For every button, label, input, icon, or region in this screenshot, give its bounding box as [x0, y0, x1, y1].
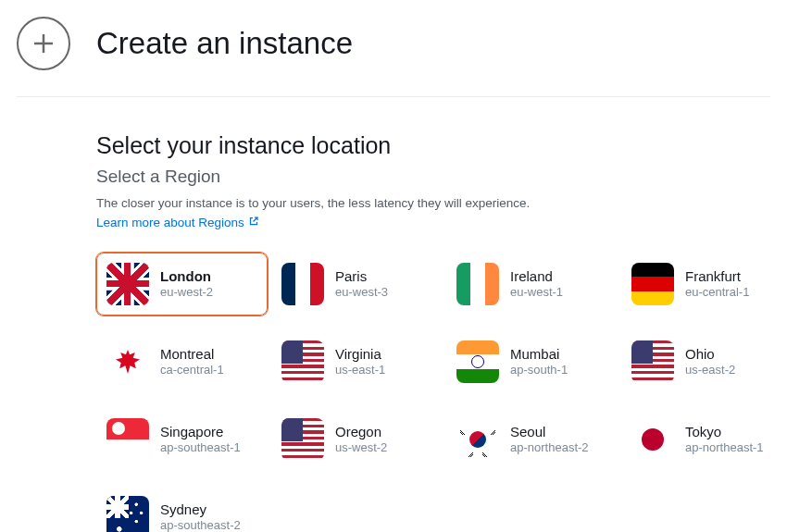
region-text: Seoulap-northeast-2 — [510, 424, 589, 456]
region-code: eu-west-3 — [335, 285, 388, 300]
region-card-eu-central-1[interactable]: Frankfurteu-central-1 — [621, 253, 787, 315]
region-card-us-east-2[interactable]: Ohious-east-2 — [621, 330, 787, 393]
flag-icon — [106, 496, 149, 532]
region-grid: Londoneu-west-2Pariseu-west-3Irelandeu-w… — [96, 253, 770, 532]
region-code: ap-northeast-1 — [685, 440, 764, 455]
region-code: eu-west-2 — [160, 285, 213, 300]
flag-icon — [456, 263, 499, 305]
region-name: Ireland — [510, 268, 563, 286]
region-card-eu-west-1[interactable]: Irelandeu-west-1 — [446, 253, 618, 315]
flag-icon — [631, 418, 674, 461]
flag-icon — [631, 263, 674, 305]
location-section: Select your instance location Select a R… — [17, 97, 770, 532]
region-card-eu-west-3[interactable]: Pariseu-west-3 — [271, 253, 443, 315]
region-card-us-east-1[interactable]: Virginiaus-east-1 — [271, 330, 443, 393]
region-card-ca-central-1[interactable]: Montrealca-central-1 — [96, 330, 268, 393]
region-text: Oregonus-west-2 — [335, 424, 387, 456]
region-code: us-east-2 — [685, 363, 735, 377]
section-title: Select your instance location — [96, 132, 770, 159]
flag-icon — [456, 340, 499, 383]
flag-icon — [281, 263, 324, 305]
region-text: Pariseu-west-3 — [335, 268, 388, 301]
region-text: Virginiaus-east-1 — [335, 346, 385, 378]
page-title: Create an instance — [96, 26, 353, 61]
region-text: Irelandeu-west-1 — [510, 268, 563, 301]
region-name: Oregon — [335, 424, 387, 441]
region-name: Virginia — [335, 346, 385, 364]
section-subtitle: Select a Region — [96, 167, 770, 187]
region-name: Tokyo — [685, 424, 764, 441]
plus-icon — [17, 17, 70, 70]
region-name: Frankfurt — [685, 268, 749, 286]
region-code: ap-southeast-2 — [160, 518, 241, 532]
region-name: Sydney — [160, 501, 241, 519]
region-code: ap-northeast-2 — [510, 440, 589, 455]
region-name: Ohio — [685, 346, 735, 364]
region-text: Londoneu-west-2 — [160, 268, 213, 301]
region-name: Mumbai — [510, 346, 568, 364]
flag-icon — [281, 340, 324, 383]
region-card-ap-southeast-2[interactable]: Sydneyap-southeast-2 — [96, 486, 268, 532]
learn-more-label: Learn more about Regions — [96, 216, 244, 229]
external-link-icon — [248, 216, 259, 229]
region-name: Paris — [335, 268, 388, 286]
region-card-ap-northeast-2[interactable]: Seoulap-northeast-2 — [446, 408, 618, 471]
region-text: Ohious-east-2 — [685, 346, 735, 378]
region-text: Singaporeap-southeast-1 — [160, 424, 241, 456]
region-name: Montreal — [160, 346, 224, 364]
flag-icon — [456, 418, 499, 461]
flag-icon — [106, 340, 149, 383]
flag-icon — [281, 418, 324, 461]
flag-icon — [106, 418, 149, 461]
region-code: ca-central-1 — [160, 363, 224, 377]
region-text: Tokyoap-northeast-1 — [685, 424, 764, 456]
region-name: London — [160, 268, 213, 286]
region-code: ap-south-1 — [510, 363, 568, 377]
help-text: The closer your instance is to your user… — [96, 196, 770, 210]
region-text: Frankfurteu-central-1 — [685, 268, 749, 301]
region-card-ap-south-1[interactable]: Mumbaiap-south-1 — [446, 330, 618, 393]
region-card-ap-southeast-1[interactable]: Singaporeap-southeast-1 — [96, 408, 268, 471]
region-code: us-west-2 — [335, 440, 387, 455]
flag-icon — [631, 340, 674, 383]
region-code: eu-west-1 — [510, 285, 563, 300]
region-card-eu-west-2[interactable]: Londoneu-west-2 — [96, 253, 268, 315]
region-code: us-east-1 — [335, 363, 385, 377]
flag-icon — [106, 263, 149, 305]
region-name: Singapore — [160, 424, 241, 441]
region-code: eu-central-1 — [685, 285, 749, 300]
region-text: Montrealca-central-1 — [160, 346, 224, 378]
region-name: Seoul — [510, 424, 589, 441]
learn-more-link[interactable]: Learn more about Regions — [96, 216, 259, 229]
page-header: Create an instance — [17, 17, 770, 97]
region-code: ap-southeast-1 — [160, 440, 241, 455]
region-text: Mumbaiap-south-1 — [510, 346, 568, 378]
region-text: Sydneyap-southeast-2 — [160, 501, 241, 533]
region-card-ap-northeast-1[interactable]: Tokyoap-northeast-1 — [621, 408, 787, 471]
region-card-us-west-2[interactable]: Oregonus-west-2 — [271, 408, 443, 471]
